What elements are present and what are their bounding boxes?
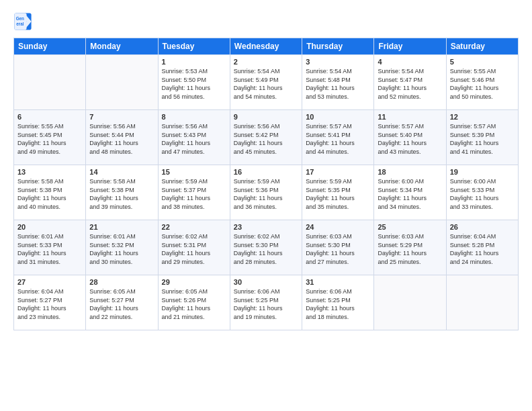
day-number: 21 <box>89 223 154 231</box>
svg-text:eral: eral <box>16 21 24 26</box>
calendar-cell: 2Sunrise: 5:54 AMSunset: 5:49 PMDaylight… <box>230 55 302 110</box>
column-header-sunday: Sunday <box>14 38 86 55</box>
day-number: 23 <box>234 223 298 231</box>
week-row-2: 6Sunrise: 5:55 AMSunset: 5:45 PMDaylight… <box>14 110 519 165</box>
calendar-cell: 12Sunrise: 5:57 AMSunset: 5:39 PMDayligh… <box>446 110 518 165</box>
column-header-friday: Friday <box>374 38 446 55</box>
cell-content: Sunrise: 6:06 AMSunset: 5:25 PMDaylight:… <box>234 287 298 321</box>
day-number: 7 <box>89 113 154 121</box>
logo: Gen eral <box>13 12 35 31</box>
cell-content: Sunrise: 6:00 AMSunset: 5:34 PMDaylight:… <box>378 177 442 211</box>
column-header-wednesday: Wednesday <box>230 38 302 55</box>
cell-content: Sunrise: 5:56 AMSunset: 5:44 PMDaylight:… <box>89 122 154 156</box>
calendar-cell <box>14 55 86 110</box>
column-header-thursday: Thursday <box>302 38 374 55</box>
cell-content: Sunrise: 6:02 AMSunset: 5:31 PMDaylight:… <box>162 232 226 266</box>
day-number: 11 <box>378 113 442 121</box>
calendar-cell: 4Sunrise: 5:54 AMSunset: 5:47 PMDaylight… <box>374 55 446 110</box>
cell-content: Sunrise: 5:54 AMSunset: 5:49 PMDaylight:… <box>234 67 298 101</box>
calendar-cell: 18Sunrise: 6:00 AMSunset: 5:34 PMDayligh… <box>374 165 446 220</box>
calendar-cell: 27Sunrise: 6:04 AMSunset: 5:27 PMDayligh… <box>14 275 86 330</box>
cell-content: Sunrise: 6:05 AMSunset: 5:27 PMDaylight:… <box>89 287 154 321</box>
calendar-cell: 14Sunrise: 5:58 AMSunset: 5:38 PMDayligh… <box>86 165 158 220</box>
svg-text:Gen: Gen <box>16 16 24 21</box>
calendar-cell: 16Sunrise: 5:59 AMSunset: 5:36 PMDayligh… <box>230 165 302 220</box>
calendar-header-row: SundayMondayTuesdayWednesdayThursdayFrid… <box>14 38 519 55</box>
cell-content: Sunrise: 5:57 AMSunset: 5:41 PMDaylight:… <box>306 122 370 156</box>
week-row-1: 1Sunrise: 5:53 AMSunset: 5:50 PMDaylight… <box>14 55 519 110</box>
calendar-cell: 24Sunrise: 6:03 AMSunset: 5:30 PMDayligh… <box>302 220 374 275</box>
day-number: 1 <box>162 58 226 66</box>
cell-content: Sunrise: 5:58 AMSunset: 5:38 PMDaylight:… <box>89 177 154 211</box>
cell-content: Sunrise: 5:54 AMSunset: 5:47 PMDaylight:… <box>378 67 442 101</box>
calendar-cell: 8Sunrise: 5:56 AMSunset: 5:43 PMDaylight… <box>158 110 230 165</box>
calendar-table: SundayMondayTuesdayWednesdayThursdayFrid… <box>13 38 519 330</box>
cell-content: Sunrise: 6:01 AMSunset: 5:33 PMDaylight:… <box>17 232 82 266</box>
column-header-tuesday: Tuesday <box>158 38 230 55</box>
calendar-cell: 21Sunrise: 6:01 AMSunset: 5:32 PMDayligh… <box>86 220 158 275</box>
cell-content: Sunrise: 5:56 AMSunset: 5:42 PMDaylight:… <box>234 122 298 156</box>
day-number: 15 <box>162 168 226 176</box>
cell-content: Sunrise: 5:59 AMSunset: 5:35 PMDaylight:… <box>306 177 370 211</box>
day-number: 22 <box>162 223 226 231</box>
cell-content: Sunrise: 5:57 AMSunset: 5:40 PMDaylight:… <box>378 122 442 156</box>
day-number: 27 <box>17 278 82 286</box>
cell-content: Sunrise: 6:06 AMSunset: 5:25 PMDaylight:… <box>306 287 370 321</box>
calendar-cell: 25Sunrise: 6:03 AMSunset: 5:29 PMDayligh… <box>374 220 446 275</box>
day-number: 29 <box>162 278 226 286</box>
week-row-5: 27Sunrise: 6:04 AMSunset: 5:27 PMDayligh… <box>14 275 519 330</box>
day-number: 3 <box>306 58 370 66</box>
calendar-cell: 13Sunrise: 5:58 AMSunset: 5:38 PMDayligh… <box>14 165 86 220</box>
cell-content: Sunrise: 6:02 AMSunset: 5:30 PMDaylight:… <box>234 232 298 266</box>
cell-content: Sunrise: 5:57 AMSunset: 5:39 PMDaylight:… <box>450 122 515 156</box>
logo-icon: Gen eral <box>13 12 32 31</box>
cell-content: Sunrise: 5:59 AMSunset: 5:37 PMDaylight:… <box>162 177 226 211</box>
day-number: 2 <box>234 58 298 66</box>
day-number: 6 <box>17 113 82 121</box>
day-number: 13 <box>17 168 82 176</box>
calendar-cell: 28Sunrise: 6:05 AMSunset: 5:27 PMDayligh… <box>86 275 158 330</box>
cell-content: Sunrise: 5:59 AMSunset: 5:36 PMDaylight:… <box>234 177 298 211</box>
calendar-cell <box>374 275 446 330</box>
day-number: 26 <box>450 223 515 231</box>
day-number: 20 <box>17 223 82 231</box>
day-number: 14 <box>89 168 154 176</box>
column-header-monday: Monday <box>86 38 158 55</box>
calendar-cell: 22Sunrise: 6:02 AMSunset: 5:31 PMDayligh… <box>158 220 230 275</box>
calendar-cell: 7Sunrise: 5:56 AMSunset: 5:44 PMDaylight… <box>86 110 158 165</box>
page-header: Gen eral <box>13 12 519 31</box>
day-number: 31 <box>306 278 370 286</box>
column-header-saturday: Saturday <box>446 38 518 55</box>
calendar-cell: 10Sunrise: 5:57 AMSunset: 5:41 PMDayligh… <box>302 110 374 165</box>
cell-content: Sunrise: 5:56 AMSunset: 5:43 PMDaylight:… <box>162 122 226 156</box>
day-number: 4 <box>378 58 442 66</box>
calendar-cell: 1Sunrise: 5:53 AMSunset: 5:50 PMDaylight… <box>158 55 230 110</box>
calendar-cell: 30Sunrise: 6:06 AMSunset: 5:25 PMDayligh… <box>230 275 302 330</box>
calendar-cell: 31Sunrise: 6:06 AMSunset: 5:25 PMDayligh… <box>302 275 374 330</box>
cell-content: Sunrise: 5:58 AMSunset: 5:38 PMDaylight:… <box>17 177 82 211</box>
calendar-cell: 19Sunrise: 6:00 AMSunset: 5:33 PMDayligh… <box>446 165 518 220</box>
calendar-cell: 17Sunrise: 5:59 AMSunset: 5:35 PMDayligh… <box>302 165 374 220</box>
cell-content: Sunrise: 6:05 AMSunset: 5:26 PMDaylight:… <box>162 287 226 321</box>
cell-content: Sunrise: 5:55 AMSunset: 5:45 PMDaylight:… <box>17 122 82 156</box>
cell-content: Sunrise: 6:04 AMSunset: 5:28 PMDaylight:… <box>450 232 515 266</box>
day-number: 10 <box>306 113 370 121</box>
day-number: 5 <box>450 58 515 66</box>
calendar-cell: 6Sunrise: 5:55 AMSunset: 5:45 PMDaylight… <box>14 110 86 165</box>
cell-content: Sunrise: 5:55 AMSunset: 5:46 PMDaylight:… <box>450 67 515 101</box>
cell-content: Sunrise: 6:04 AMSunset: 5:27 PMDaylight:… <box>17 287 82 321</box>
day-number: 12 <box>450 113 515 121</box>
day-number: 8 <box>162 113 226 121</box>
calendar-cell: 29Sunrise: 6:05 AMSunset: 5:26 PMDayligh… <box>158 275 230 330</box>
day-number: 9 <box>234 113 298 121</box>
calendar-cell <box>86 55 158 110</box>
day-number: 19 <box>450 168 515 176</box>
calendar-cell: 20Sunrise: 6:01 AMSunset: 5:33 PMDayligh… <box>14 220 86 275</box>
day-number: 30 <box>234 278 298 286</box>
cell-content: Sunrise: 6:03 AMSunset: 5:29 PMDaylight:… <box>378 232 442 266</box>
day-number: 16 <box>234 168 298 176</box>
calendar-cell: 11Sunrise: 5:57 AMSunset: 5:40 PMDayligh… <box>374 110 446 165</box>
day-number: 24 <box>306 223 370 231</box>
day-number: 25 <box>378 223 442 231</box>
cell-content: Sunrise: 6:00 AMSunset: 5:33 PMDaylight:… <box>450 177 515 211</box>
